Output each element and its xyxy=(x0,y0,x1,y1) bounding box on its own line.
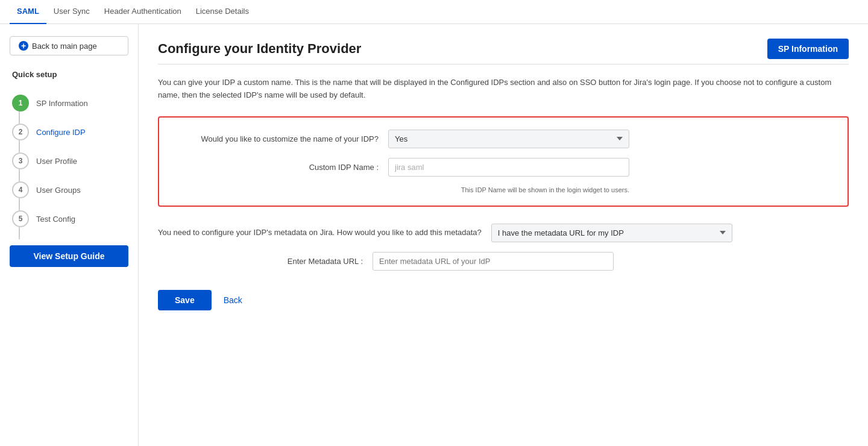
page-header: Configure your Identity Provider SP Info… xyxy=(158,39,849,59)
metadata-method-row: You need to configure your IDP's metadat… xyxy=(158,224,849,242)
sp-information-button[interactable]: SP Information xyxy=(767,39,849,59)
step-5-test-config[interactable]: 5 Test Config xyxy=(10,204,128,233)
main-layout: + Back to main page Quick setup 1 SP Inf… xyxy=(0,24,868,446)
view-setup-guide-button[interactable]: View Setup Guide xyxy=(10,245,128,267)
save-button[interactable]: Save xyxy=(158,290,212,310)
step-2-label: Configure IDP xyxy=(36,128,86,137)
metadata-method-select[interactable]: I have the metadata URL for my IDP I hav… xyxy=(491,224,732,242)
page-title: Configure your Identity Provider xyxy=(158,41,361,57)
step-3-label: User Profile xyxy=(36,157,77,166)
custom-idp-name-input[interactable] xyxy=(388,158,629,177)
header-divider xyxy=(158,64,849,64)
back-to-main-button[interactable]: + Back to main page xyxy=(10,36,128,55)
customize-name-label: Would you like to customize the name of … xyxy=(174,134,379,143)
sidebar: + Back to main page Quick setup 1 SP Inf… xyxy=(0,24,139,446)
back-button[interactable]: Back xyxy=(224,295,242,305)
customize-idp-section: Would you like to customize the name of … xyxy=(158,116,849,207)
customize-name-select[interactable]: Yes No xyxy=(388,130,629,148)
step-4-label: User Groups xyxy=(36,186,81,195)
step-1-label: SP Information xyxy=(36,99,88,108)
step-5-label: Test Config xyxy=(36,215,75,224)
metadata-section: You need to configure your IDP's metadat… xyxy=(158,224,849,271)
step-2-configure-idp[interactable]: 2 Configure IDP xyxy=(10,118,128,146)
step-2-circle: 2 xyxy=(12,124,29,140)
main-content-area: Configure your Identity Provider SP Info… xyxy=(139,24,868,446)
tab-header-auth[interactable]: Header Authentication xyxy=(97,0,189,24)
step-1-sp-information[interactable]: 1 SP Information xyxy=(10,89,128,118)
step-4-circle: 4 xyxy=(12,181,29,198)
step-4-user-groups[interactable]: 4 User Groups xyxy=(10,175,128,204)
tab-license[interactable]: License Details xyxy=(189,0,256,24)
bottom-actions: Save Back xyxy=(158,290,849,310)
metadata-url-row: Enter Metadata URL : xyxy=(158,252,849,271)
metadata-question-label: You need to configure your IDP's metadat… xyxy=(158,227,482,239)
back-button-label: Back to main page xyxy=(32,42,97,51)
tab-saml[interactable]: SAML xyxy=(10,0,46,24)
idp-name-hint: This IDP Name will be shown in the login… xyxy=(388,186,629,193)
metadata-url-label: Enter Metadata URL : xyxy=(158,257,363,266)
step-1-circle: 1 xyxy=(12,95,29,111)
step-3-circle: 3 xyxy=(12,152,29,169)
custom-idp-name-row: Custom IDP Name : xyxy=(174,158,833,177)
step-3-user-profile[interactable]: 3 User Profile xyxy=(10,146,128,175)
top-navigation: SAML User Sync Header Authentication Lic… xyxy=(0,0,868,24)
description-text: You can give your IDP a custom name. Thi… xyxy=(158,77,849,102)
metadata-url-input[interactable] xyxy=(373,252,614,271)
tab-user-sync[interactable]: User Sync xyxy=(46,0,97,24)
custom-idp-name-label: Custom IDP Name : xyxy=(174,163,379,172)
idp-name-hint-row: This IDP Name will be shown in the login… xyxy=(174,186,833,193)
customize-name-row: Would you like to customize the name of … xyxy=(174,130,833,148)
quick-setup-heading: Quick setup xyxy=(10,70,128,79)
step-5-circle: 5 xyxy=(12,210,29,227)
plus-circle-icon: + xyxy=(19,41,28,51)
